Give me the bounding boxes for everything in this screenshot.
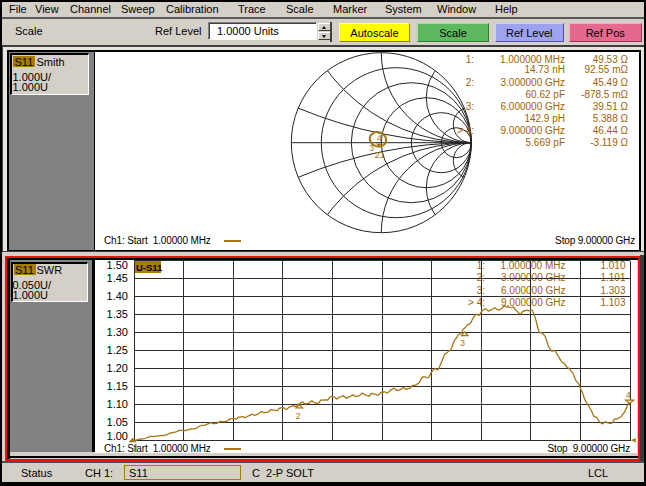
svg-text:9.000000 GHz: 9.000000 GHz (501, 125, 566, 136)
svg-text:60.62 pF: 60.62 pF (526, 89, 565, 100)
svg-text:-3.119 Ω: -3.119 Ω (590, 137, 628, 148)
svg-text:3: 3 (369, 143, 374, 153)
svg-text:2: 2 (295, 411, 300, 421)
svg-text:4: 4 (626, 390, 631, 400)
svg-text:> 4:: > 4: (468, 297, 485, 308)
svg-text:49.53 Ω: 49.53 Ω (593, 54, 629, 65)
svg-text:21: 21 (375, 149, 386, 160)
svg-text:1:: 1: (466, 54, 474, 65)
svg-text:1.000000 MHz: 1.000000 MHz (500, 260, 565, 271)
svg-text:4: 4 (377, 132, 382, 143)
svg-text:3: 3 (460, 338, 465, 348)
svg-text:142.9 pH: 142.9 pH (524, 113, 565, 124)
svg-text:14.73 nH: 14.73 nH (524, 64, 565, 75)
svg-text:46.44 Ω: 46.44 Ω (593, 125, 629, 136)
svg-text:1.101: 1.101 (600, 272, 625, 283)
svg-text:1.000000 MHz: 1.000000 MHz (500, 54, 565, 65)
svg-text:5.388 Ω: 5.388 Ω (593, 113, 629, 124)
svg-text:2:: 2: (466, 77, 474, 88)
svg-text:45.49 Ω: 45.49 Ω (593, 77, 629, 88)
svg-text:> 4:: > 4: (457, 125, 474, 136)
svg-text:9.000000 GHz: 9.000000 GHz (501, 297, 566, 308)
svg-text:1.010: 1.010 (600, 260, 625, 271)
svg-text:1.103: 1.103 (600, 297, 625, 308)
svg-text:5.669 pF: 5.669 pF (526, 137, 565, 148)
svg-text:-878.5 mΩ: -878.5 mΩ (581, 89, 628, 100)
svg-text:1.303: 1.303 (600, 285, 625, 296)
svg-text:3.000000 GHz: 3.000000 GHz (501, 272, 566, 283)
svg-text:3.000000 GHz: 3.000000 GHz (501, 77, 566, 88)
svg-text:3:: 3: (466, 101, 474, 112)
svg-text:6.000000 GHz: 6.000000 GHz (501, 285, 566, 296)
svg-text:6.000000 GHz: 6.000000 GHz (501, 101, 566, 112)
svg-text:39.51 Ω: 39.51 Ω (593, 101, 629, 112)
svg-text:92.55 mΩ: 92.55 mΩ (584, 64, 628, 75)
